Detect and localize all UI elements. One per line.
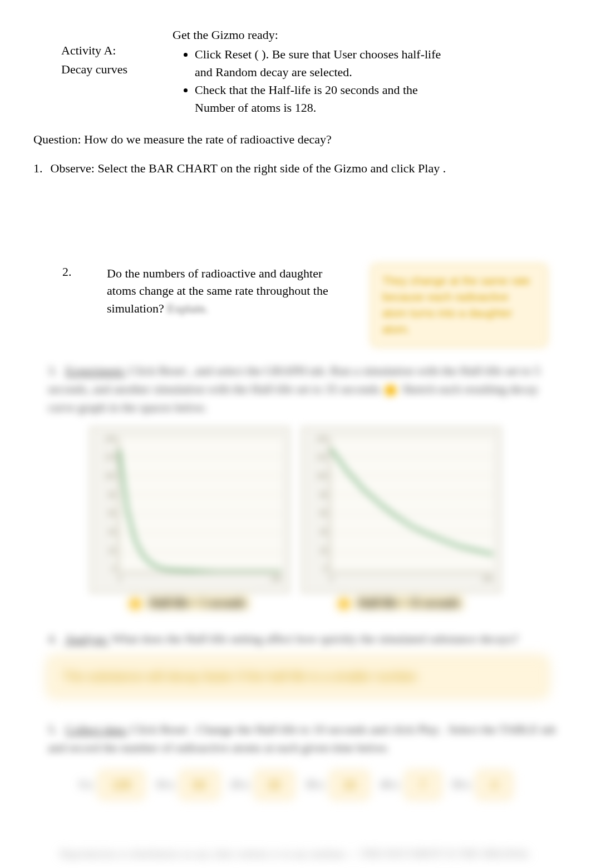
slot-value[interactable]: 4 [477, 771, 511, 798]
item-number: 2. [62, 265, 76, 279]
collect-data-row: 0 s: 128 10 s: 64 20 s: 32 30 s: 16 40 s… [33, 771, 558, 798]
activity-title-block: Activity A: Decay curves [61, 28, 150, 77]
pin-icon [339, 599, 349, 609]
slot-label: 10 s: [156, 779, 175, 791]
item-3: 3. Experiment: Click Reset , and select … [33, 361, 558, 416]
ytick: 60 [320, 509, 327, 517]
item-4-lead: Analyze: [65, 632, 109, 646]
activity-name: Decay curves [61, 62, 150, 77]
data-slot: 10 s: 64 [156, 771, 219, 798]
item-2-answer: They change at the same rate because eac… [372, 265, 546, 346]
gizmo-ready-block: Get the Gizmo ready: Click Reset ( ). Be… [173, 28, 558, 117]
item-4-answer: The substance will decay faster if the h… [49, 658, 546, 696]
chart-a-title: Half-life = 5 seconds [90, 597, 290, 609]
blurred-content: 3. Experiment: Click Reset , and select … [33, 361, 558, 860]
data-slot: 0 s: 128 [80, 771, 144, 798]
footer-note: Reproduction or distribution on any othe… [33, 849, 558, 860]
decay-charts: Radioactive 140 120 100 80 60 40 20 0 [33, 426, 558, 609]
item-1: 1. Observe: Select the BAR CHART on the … [33, 161, 558, 176]
data-slot: 20 s: 32 [231, 771, 294, 798]
chart-b: Radioactive 140 120 100 80 60 40 20 0 [301, 426, 501, 593]
pin-icon [385, 384, 396, 396]
chart-a-title-text: Half-life = 5 seconds [146, 596, 249, 610]
slot-label: 20 s: [231, 779, 250, 791]
slot-value[interactable]: 64 [180, 771, 218, 798]
gizmo-ready-title: Get the Gizmo ready: [173, 28, 558, 42]
chart-b-series [331, 448, 493, 554]
chart-b-wrap: Radioactive 140 120 100 80 60 40 20 0 [301, 426, 501, 609]
chart-b-xaxis: 0100 [329, 575, 493, 583]
item-number: 1. [33, 161, 43, 176]
slot-label: 30 s: [306, 779, 325, 791]
ytick: 40 [320, 528, 327, 536]
chart-b-title: Half-life = 35 seconds [301, 597, 501, 609]
chart-a-series [119, 448, 282, 571]
slot-value[interactable]: 16 [331, 771, 368, 798]
data-slot: 50 s: 4 [452, 771, 512, 798]
slot-value[interactable]: 32 [255, 771, 293, 798]
data-slot: 40 s: 7 [381, 771, 440, 798]
ytick: 60 [109, 509, 116, 517]
gizmo-ready-list: Click Reset ( ). Be sure that User choos… [173, 46, 558, 117]
item-2-question: Do the numbers of radioactive and daught… [107, 266, 328, 316]
slot-label: 40 s: [381, 779, 400, 791]
data-slot: 30 s: 16 [306, 771, 368, 798]
ytick: 40 [109, 528, 116, 536]
chart-b-yaxis: 140 120 100 80 60 40 20 0 [306, 435, 327, 574]
ytick: 80 [320, 491, 327, 499]
item-5-lead: Collect data: [66, 722, 128, 736]
ytick: 100 [316, 472, 327, 480]
ytick: 20 [109, 547, 116, 555]
chart-a-xaxis: 0100 [118, 575, 282, 583]
activity-label: Activity A: [61, 43, 150, 58]
slot-label: 50 s: [452, 779, 472, 791]
chart-a-yaxis: 140 120 100 80 60 40 20 0 [95, 435, 116, 574]
gizmo-ready-bullet: Check that the Half-life is 20 seconds a… [195, 81, 451, 117]
item-4: 4. Analyze: What does the Half-life sett… [33, 629, 558, 648]
item-2-text: Do the numbers of radioactive and daught… [107, 265, 341, 318]
pin-icon [130, 599, 140, 609]
item-4-body: What does the Half-life setting affect h… [112, 632, 519, 646]
chart-b-svg [331, 437, 493, 572]
guiding-question: Question: How do we measure the rate of … [33, 132, 558, 147]
ytick: 120 [316, 453, 327, 461]
chart-a-wrap: Radioactive 140 120 100 80 60 40 20 0 [90, 426, 290, 609]
chart-b-title-text: Half-life = 35 seconds [354, 596, 463, 610]
chart-a-plot [118, 437, 282, 573]
chart-a: Radioactive 140 120 100 80 60 40 20 0 [90, 426, 290, 593]
slot-value[interactable]: 128 [99, 771, 143, 798]
slot-value[interactable]: 7 [406, 771, 440, 798]
ytick: 100 [105, 472, 116, 480]
slot-label: 0 s: [80, 779, 94, 791]
item-2: 2. Do the numbers of radioactive and dau… [62, 265, 558, 346]
chart-a-svg [119, 437, 282, 572]
item-1-text: Observe: Select the BAR CHART on the rig… [51, 161, 446, 176]
gizmo-ready-bullet: Click Reset ( ). Be sure that User choos… [195, 46, 451, 81]
chart-b-plot [329, 437, 493, 573]
ytick: 140 [316, 435, 327, 443]
ytick: 0 [323, 566, 327, 573]
ytick: 140 [105, 435, 116, 443]
activity-header: Activity A: Decay curves Get the Gizmo r… [33, 28, 558, 117]
item-5: 5. Collect data: Click Reset . Change th… [33, 720, 558, 757]
item-3-lead: Experiment: [66, 364, 126, 378]
item-2-explain: Explain. [167, 301, 208, 315]
ytick: 120 [105, 453, 116, 461]
ytick: 20 [320, 547, 327, 555]
ytick: 0 [112, 566, 116, 573]
worksheet-page: Activity A: Decay curves Get the Gizmo r… [0, 0, 591, 868]
ytick: 80 [109, 491, 116, 499]
